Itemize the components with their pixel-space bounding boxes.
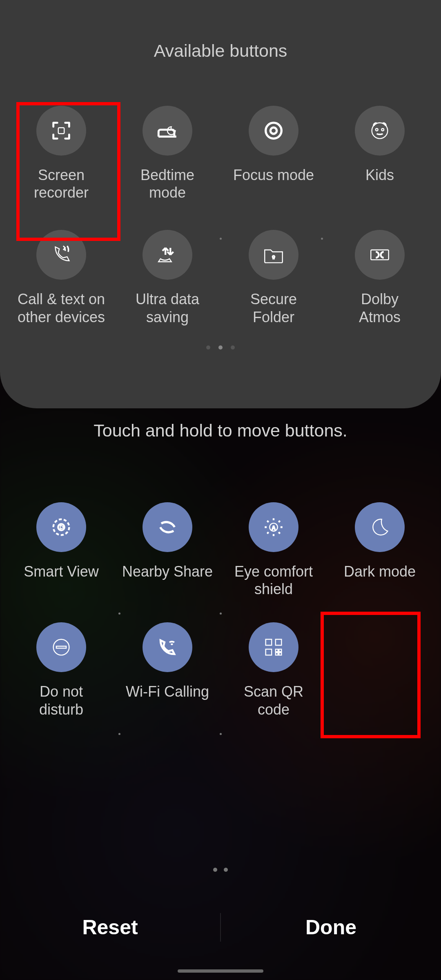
label: Smart View <box>24 563 98 580</box>
dot <box>231 345 235 350</box>
svg-point-4 <box>376 129 378 131</box>
available-grid: Screenrecorder Bedtimemode Focus mode Ki… <box>0 61 441 326</box>
svg-rect-16 <box>276 639 282 646</box>
btn-kids[interactable]: Kids <box>327 106 433 201</box>
svg-point-1 <box>266 123 282 139</box>
secure-folder-icon <box>249 230 298 280</box>
label: Dark mode <box>344 563 416 580</box>
label: Kids <box>365 166 394 184</box>
svg-point-9 <box>53 519 69 535</box>
svg-rect-0 <box>58 128 65 134</box>
nearby-share-icon <box>143 502 192 552</box>
data-saving-icon <box>143 230 192 280</box>
label: Do notdisturb <box>39 683 83 718</box>
call-devices-icon <box>36 230 86 280</box>
drop-dot <box>220 612 222 615</box>
wifi-calling-icon <box>143 622 192 672</box>
label: Screenrecorder <box>34 166 89 201</box>
btn-smart-view[interactable]: Smart View <box>8 502 114 598</box>
btn-eye-comfort[interactable]: A Eye comfortshield <box>220 502 327 598</box>
label: Ultra datasaving <box>136 290 199 325</box>
dot-active <box>218 345 223 350</box>
kids-icon <box>355 106 405 156</box>
dot-active <box>224 868 228 872</box>
drop-dot <box>118 733 120 735</box>
btn-scan-qr[interactable]: Scan QRcode <box>220 622 327 718</box>
available-buttons-card: Available buttons Screenrecorder Bedtime… <box>0 0 441 408</box>
home-handle[interactable] <box>178 969 263 973</box>
svg-rect-8 <box>371 250 389 260</box>
btn-dolby-atmos[interactable]: DolbyAtmos <box>327 230 433 325</box>
drop-dot <box>220 733 222 735</box>
label: Call & text onother devices <box>18 290 105 325</box>
svg-point-13 <box>53 639 69 655</box>
drop-dot <box>118 612 120 615</box>
available-title: Available buttons <box>0 41 441 61</box>
label: Wi-Fi Calling <box>126 683 209 700</box>
svg-point-2 <box>270 127 276 134</box>
label: Bedtimemode <box>140 166 194 201</box>
btn-dnd[interactable]: Do notdisturb <box>8 622 114 718</box>
drop-dot <box>321 238 323 240</box>
btn-call-text-devices[interactable]: Call & text onother devices <box>8 230 114 325</box>
screen-recorder-icon <box>36 106 86 156</box>
drop-dot <box>220 238 222 240</box>
btn-focus-mode[interactable]: Focus mode <box>220 106 327 201</box>
dark-mode-icon <box>355 502 405 552</box>
svg-rect-18 <box>276 649 278 652</box>
btn-nearby-share[interactable]: Nearby Share <box>114 502 220 598</box>
btn-wifi-calling[interactable]: Wi-Fi Calling <box>114 622 220 718</box>
qr-icon <box>249 622 298 672</box>
btn-bedtime-mode[interactable]: Bedtimemode <box>114 106 220 201</box>
svg-point-5 <box>381 129 384 131</box>
label: DolbyAtmos <box>359 290 401 325</box>
label: Eye comfortshield <box>234 563 313 598</box>
move-hint: Touch and hold to move buttons. <box>0 421 441 441</box>
reset-button[interactable]: Reset <box>0 903 220 951</box>
available-page-dots <box>0 345 441 350</box>
eye-comfort-icon: A <box>249 502 298 552</box>
label: SecureFolder <box>250 290 297 325</box>
dot <box>213 868 217 872</box>
label: Scan QRcode <box>244 683 303 718</box>
footer-bar: Reset Done <box>0 903 441 951</box>
dolby-icon <box>355 230 405 280</box>
svg-rect-21 <box>279 653 281 655</box>
btn-dark-mode[interactable]: Dark mode <box>327 502 433 598</box>
btn-secure-folder[interactable]: SecureFolder <box>220 230 327 325</box>
btn-ultra-data-saving[interactable]: Ultra datasaving <box>114 230 220 325</box>
svg-text:A: A <box>272 525 276 531</box>
dnd-icon <box>36 622 86 672</box>
svg-rect-20 <box>276 653 278 655</box>
smart-view-icon <box>36 502 86 552</box>
svg-rect-17 <box>266 649 272 655</box>
btn-screen-recorder[interactable]: Screenrecorder <box>8 106 114 201</box>
bedtime-icon <box>143 106 192 156</box>
panel-page-dots <box>0 868 441 872</box>
svg-rect-14 <box>56 646 66 648</box>
svg-rect-15 <box>266 639 272 646</box>
dot <box>206 345 210 350</box>
label: Focus mode <box>233 166 314 184</box>
svg-rect-19 <box>279 649 281 652</box>
done-button[interactable]: Done <box>221 903 441 951</box>
active-panel-grid: Smart View Nearby Share A Eye comfortshi… <box>0 490 441 718</box>
label: Nearby Share <box>122 563 213 580</box>
empty-slot[interactable] <box>327 622 433 718</box>
focus-icon <box>249 106 298 156</box>
